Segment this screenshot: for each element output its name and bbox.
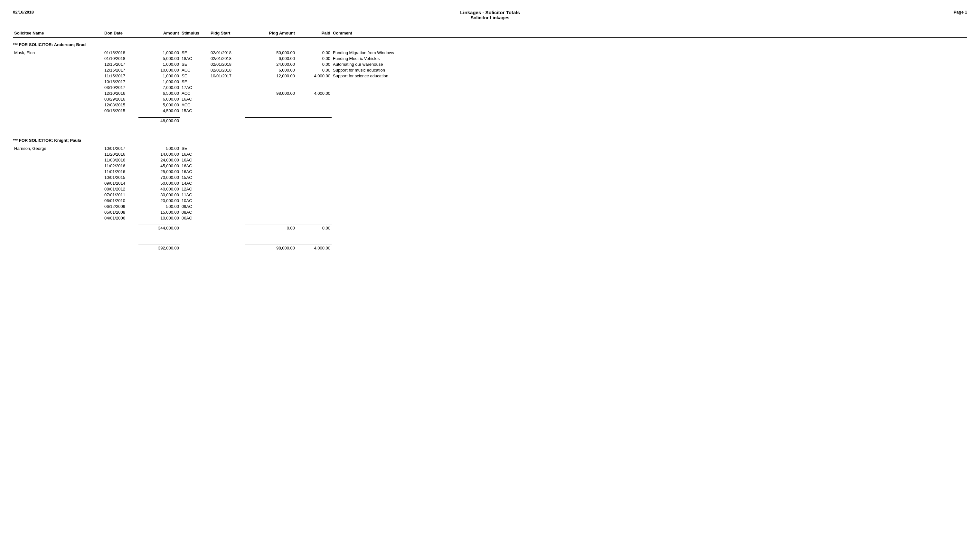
pldg-start-cell [209, 174, 245, 180]
paid-cell [296, 174, 332, 180]
pldg-amount-cell [245, 108, 296, 113]
table-row: 11/03/201624,000.0016AC [13, 157, 967, 163]
don-date-cell: 11/15/2017 [103, 73, 138, 79]
comment-cell: Support for music education [332, 67, 967, 73]
col-comment: Comment [332, 30, 967, 36]
pldg-start-cell [209, 151, 245, 157]
amount-cell: 25,000.00 [138, 169, 180, 174]
comment-cell [332, 203, 967, 209]
pldg-start-cell: 02/01/2018 [209, 56, 245, 61]
paid-cell [296, 151, 332, 157]
amount-cell: 6,000.00 [138, 96, 180, 102]
stimulus-cell: 15AC [180, 108, 209, 113]
comment-cell [332, 215, 967, 221]
pldg-amount-cell [245, 96, 296, 102]
donor-block-1-0: Harrison, George10/01/2017500.00SE11/20/… [13, 145, 967, 231]
amount-cell: 40,000.00 [138, 186, 180, 192]
pldg-amount-cell [245, 151, 296, 157]
page-header: 02/16/2018 Linkages - Solicitor Totals S… [13, 10, 967, 20]
pldg-start-cell [209, 145, 245, 151]
comment-cell [332, 85, 967, 90]
don-date-cell: 11/02/2016 [103, 163, 138, 169]
pldg-amount-cell: 24,000.00 [245, 61, 296, 67]
subtotal-paid: 0.00 [296, 225, 332, 231]
pldg-start-cell [209, 108, 245, 113]
comment-cell: Support for science education [332, 73, 967, 79]
pldg-amount-cell [245, 209, 296, 215]
stimulus-cell: 06AC [180, 215, 209, 221]
amount-cell: 24,000.00 [138, 157, 180, 163]
table-row: 01/10/20185,000.0018AC02/01/20186,000.00… [13, 56, 967, 61]
amount-cell: 500.00 [138, 203, 180, 209]
pldg-start-cell [209, 102, 245, 108]
paid-cell: 0.00 [296, 56, 332, 61]
stimulus-cell: 18AC [180, 56, 209, 61]
don-date-cell: 07/01/2011 [103, 192, 138, 198]
comment-cell [332, 186, 967, 192]
table-row: 04/01/200610,000.0006AC [13, 215, 967, 221]
table-row: 12/08/20155,000.00ACC [13, 102, 967, 108]
paid-cell: 0.00 [296, 67, 332, 73]
don-date-cell: 11/20/2016 [103, 151, 138, 157]
pldg-amount-cell [245, 174, 296, 180]
don-date-cell: 12/15/2017 [103, 67, 138, 73]
solicitee-name-cell [13, 209, 103, 215]
comment-cell [332, 209, 967, 215]
pldg-amount-cell: 12,000.00 [245, 73, 296, 79]
solicitee-name-cell [13, 186, 103, 192]
report-title: Linkages - Solicitor Totals [13, 10, 967, 15]
don-date-cell: 08/01/2012 [103, 186, 138, 192]
comment-cell [332, 79, 967, 85]
paid-cell: 0.00 [296, 61, 332, 67]
col-paid: Paid [296, 30, 332, 36]
pldg-start-cell [209, 192, 245, 198]
stimulus-cell: 10AC [180, 198, 209, 203]
amount-cell: 10,000.00 [138, 67, 180, 73]
amount-cell: 15,000.00 [138, 209, 180, 215]
comment-cell: Funding Migration from Windows [332, 49, 967, 56]
pldg-start-cell [209, 215, 245, 221]
amount-cell: 10,000.00 [138, 215, 180, 221]
stimulus-cell: SE [180, 61, 209, 67]
table-row: Harrison, George10/01/2017500.00SE [13, 145, 967, 151]
stimulus-cell: SE [180, 73, 209, 79]
solicitee-name-cell [13, 215, 103, 221]
pldg-start-cell [209, 85, 245, 90]
amount-cell: 500.00 [138, 145, 180, 151]
pldg-start-cell [209, 198, 245, 203]
amount-cell: 14,000.00 [138, 151, 180, 157]
subtotal-pldg: 0.00 [245, 225, 296, 231]
paid-cell [296, 108, 332, 113]
comment-cell [332, 151, 967, 157]
table-row: 12/10/20166,500.00ACC98,000.004,000.00 [13, 90, 967, 96]
solicitee-name-cell [13, 108, 103, 113]
amount-cell: 4,500.00 [138, 108, 180, 113]
solicitee-name-cell: Musk, Elon [13, 49, 103, 56]
table-row: 10/15/20171,000.00SE [13, 79, 967, 85]
paid-cell: 4,000.00 [296, 73, 332, 79]
paid-cell [296, 169, 332, 174]
col-pldg-start: Pldg Start [209, 30, 245, 36]
col-pldg-amount: Pldg Amount [245, 30, 296, 36]
subtotal-amount: 344,000.00 [138, 225, 180, 231]
subtotal-row: 344,000.000.000.00 [13, 225, 967, 231]
pldg-start-cell [209, 79, 245, 85]
solicitee-name-cell [13, 169, 103, 174]
comment-cell [332, 198, 967, 203]
don-date-cell: 06/12/2009 [103, 203, 138, 209]
pldg-amount-cell: 98,000.00 [245, 90, 296, 96]
don-date-cell: 12/08/2015 [103, 102, 138, 108]
solicitee-name-cell: Harrison, George [13, 145, 103, 151]
table-row: 08/01/201240,000.0012AC [13, 186, 967, 192]
comment-cell: Funding Electric Vehicles [332, 56, 967, 61]
amount-cell: 20,000.00 [138, 198, 180, 203]
table-row: 06/01/201020,000.0010AC [13, 198, 967, 203]
pldg-amount-cell [245, 163, 296, 169]
don-date-cell: 03/15/2015 [103, 108, 138, 113]
solicitee-name-cell [13, 198, 103, 203]
table-row: 05/01/200815,000.0008AC [13, 209, 967, 215]
col-solicitee-name: Solicitee Name [13, 30, 103, 36]
solicitee-name-cell [13, 174, 103, 180]
stimulus-cell: 09AC [180, 203, 209, 209]
solicitee-name-cell [13, 67, 103, 73]
